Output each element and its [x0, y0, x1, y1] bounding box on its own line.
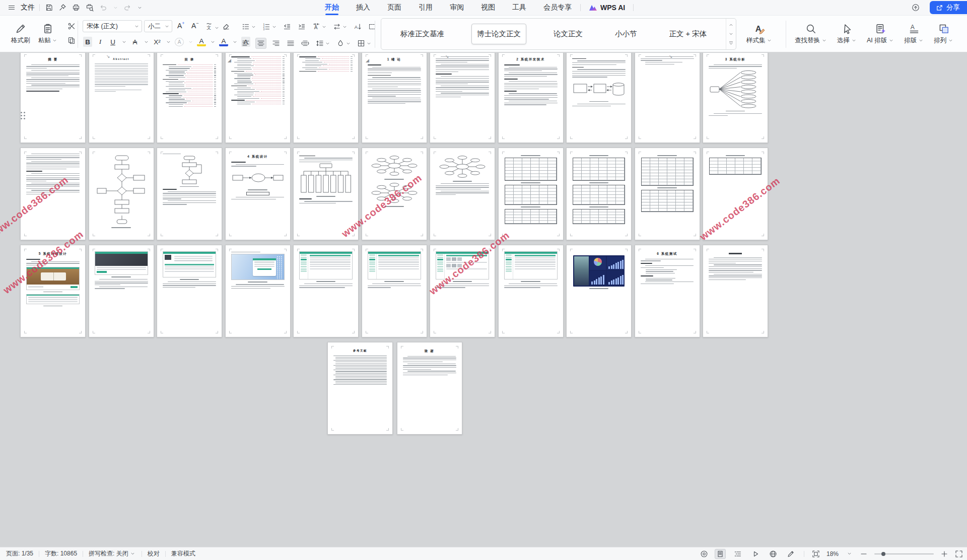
zoom-out-icon[interactable]	[860, 550, 868, 558]
shading-button[interactable]	[335, 38, 352, 48]
page-thumbnail[interactable]	[89, 245, 154, 337]
page-indicator[interactable]: 页面: 1/35	[6, 549, 33, 558]
bullet-list-button[interactable]	[241, 22, 257, 32]
font-family-select[interactable]: 宋体 (正文)	[83, 20, 142, 32]
justify-button[interactable]	[286, 38, 296, 48]
tab-插入[interactable]: 插入	[348, 0, 379, 15]
read-mode-button[interactable]	[750, 549, 761, 559]
gallery-more-icon[interactable]	[728, 40, 734, 45]
chevron-down-icon[interactable]	[165, 37, 171, 46]
page-thumbnail[interactable]	[635, 53, 700, 143]
chevron-down-icon[interactable]	[214, 23, 220, 32]
strikethrough-button[interactable]: A	[130, 37, 140, 47]
page-thumbnail[interactable]: 6 系统测试	[635, 245, 700, 337]
page-thumbnail[interactable]	[157, 148, 222, 240]
page-thumbnail[interactable]	[157, 245, 222, 337]
enclosed-char-button[interactable]: A	[175, 38, 184, 46]
style-set-button[interactable]: A 样式集	[743, 18, 776, 50]
increase-font-button[interactable]: A+	[177, 22, 185, 30]
page-thumbnail[interactable]	[566, 148, 632, 240]
drag-handle[interactable]	[21, 112, 22, 113]
tab-页面[interactable]: 页面	[379, 0, 410, 15]
style-item-正文 + 宋体[interactable]: 正文 + 宋体	[664, 26, 712, 42]
chevron-down-icon[interactable]	[210, 37, 216, 46]
page-thumbnail[interactable]: 致 谢	[397, 342, 462, 435]
tab-视图[interactable]: 视图	[472, 0, 504, 15]
sort-button[interactable]: A	[353, 22, 363, 32]
zoom-dropdown-icon[interactable]	[845, 550, 853, 558]
redo-icon[interactable]	[123, 3, 132, 12]
indent-button[interactable]	[297, 22, 307, 32]
italic-button[interactable]: I	[96, 37, 105, 47]
outdent-button[interactable]	[282, 22, 292, 32]
gallery-down-icon[interactable]	[728, 31, 734, 36]
tab-开始[interactable]: 开始	[316, 0, 348, 15]
page-thumbnail[interactable]	[293, 53, 359, 143]
paste-button[interactable]: 粘贴	[35, 18, 61, 50]
chevron-down-icon[interactable]	[187, 37, 193, 46]
save-icon[interactable]	[44, 3, 53, 12]
page-thumbnail[interactable]	[20, 148, 86, 240]
document-area[interactable]: ↘ ↘ ↘ 摘 要Abstract目 录1 绪 论2 系统开发技术3 系统分析4…	[0, 53, 967, 547]
page-thumbnail[interactable]	[566, 53, 632, 143]
undo-dropdown-icon[interactable]	[112, 3, 118, 12]
format-painter-button[interactable]: 格式刷	[8, 18, 33, 50]
page-thumbnail[interactable]: 参考文献	[327, 342, 393, 435]
font-dialog-launcher-icon[interactable]: ◢	[228, 58, 231, 63]
tab-工具[interactable]: 工具	[504, 0, 535, 15]
underline-button[interactable]: U	[108, 37, 117, 47]
find-replace-button[interactable]: 查找替换	[792, 18, 830, 50]
print-preview-icon[interactable]	[85, 3, 94, 12]
tab-审阅[interactable]: 审阅	[441, 0, 472, 15]
toolbar-more-icon[interactable]	[136, 3, 143, 12]
line-spacing-button[interactable]	[315, 38, 331, 48]
select-button[interactable]: 选择	[834, 18, 860, 50]
ink-button[interactable]	[785, 549, 796, 559]
fullscreen-icon[interactable]	[955, 550, 963, 558]
style-item-论文正文[interactable]: 论文正文	[548, 26, 588, 42]
decrease-font-button[interactable]: A−	[191, 22, 199, 30]
print-icon[interactable]	[72, 3, 81, 12]
gallery-up-icon[interactable]	[728, 23, 734, 28]
zoom-slider[interactable]	[874, 553, 934, 554]
chevron-down-icon[interactable]	[121, 37, 127, 46]
page-thumbnail[interactable]: Abstract	[89, 53, 154, 143]
page-thumbnail[interactable]	[430, 148, 495, 240]
search-icon[interactable]	[634, 3, 648, 12]
zoom-level[interactable]: 18%	[826, 550, 839, 557]
zoom-in-icon[interactable]	[940, 550, 948, 558]
chevron-down-icon[interactable]	[232, 37, 238, 46]
page-thumbnail[interactable]: 5 系统详细设计	[20, 245, 86, 337]
font-color-button[interactable]: A	[219, 37, 228, 46]
file-menu[interactable]: 文件	[21, 3, 35, 12]
bold-button[interactable]: B	[83, 37, 92, 47]
spellcheck-toggle[interactable]: 拼写检查: 关闭	[89, 549, 136, 558]
numbered-list-button[interactable]: 123	[261, 22, 278, 32]
page-thumbnail[interactable]	[430, 53, 495, 143]
cloud-upload-icon[interactable]	[910, 2, 922, 14]
page-thumbnail[interactable]	[293, 245, 359, 337]
style-item-博士论文正文[interactable]: 博士论文正文	[471, 24, 526, 44]
style-item-小小节[interactable]: 小小节	[610, 26, 642, 42]
page-thumbnail[interactable]	[89, 148, 154, 240]
page-thumbnail[interactable]	[498, 148, 564, 240]
web-layout-button[interactable]	[768, 549, 779, 559]
align-right-button[interactable]	[271, 38, 281, 48]
font-size-select[interactable]: 小二	[144, 20, 172, 32]
page-thumbnail[interactable]: 4 系统设计	[225, 148, 291, 240]
wrap-button[interactable]	[332, 22, 348, 32]
align-left-button[interactable]	[241, 38, 251, 48]
share-button[interactable]: 分享	[930, 1, 967, 14]
page-thumbnail[interactable]	[566, 245, 632, 337]
tab-会员专享[interactable]: 会员专享	[535, 0, 580, 15]
word-count[interactable]: 字数: 10865	[45, 549, 77, 558]
page-thumbnail[interactable]: 摘 要	[20, 53, 86, 143]
superscript-button[interactable]: X²	[153, 37, 162, 47]
phonetic-guide-icon[interactable]: 文	[204, 22, 214, 31]
page-thumbnail[interactable]	[430, 245, 495, 337]
mark-entry-button[interactable]	[367, 22, 377, 32]
align-center-button[interactable]	[255, 38, 266, 49]
ai-typeset-button[interactable]: AI 排版	[864, 18, 897, 50]
page-thumbnail[interactable]	[362, 148, 427, 240]
page-thumbnail[interactable]: 1 绪 论	[362, 53, 427, 143]
